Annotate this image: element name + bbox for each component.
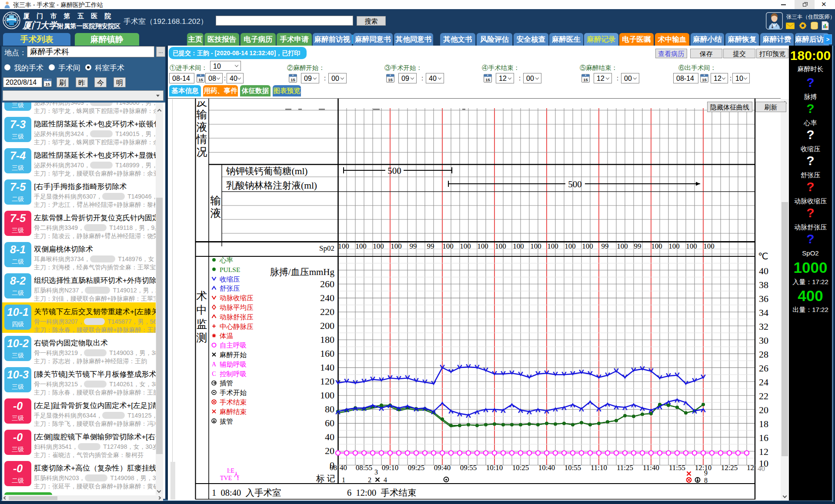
svg-text:100: 100 <box>477 242 488 250</box>
svg-text:08:55: 08:55 <box>356 464 373 472</box>
svg-text:10:55: 10:55 <box>564 464 581 472</box>
svg-text:100: 100 <box>530 242 541 250</box>
svg-text:麻醉结束: 麻醉结束 <box>220 408 247 415</box>
svg-text:麻醉开始: 麻醉开始 <box>220 351 247 358</box>
svg-text:Sp02: Sp02 <box>319 244 334 252</box>
svg-text:12: 12 <box>759 446 768 457</box>
svg-text:插管: 插管 <box>220 379 233 387</box>
svg-text:TVE: TVE <box>220 475 232 481</box>
svg-text:10:10: 10:10 <box>486 464 503 472</box>
svg-text:28: 28 <box>759 349 768 360</box>
svg-text:100: 100 <box>547 242 558 250</box>
svg-text:动脉平均压: 动脉平均压 <box>220 304 254 311</box>
svg-text:15: 15 <box>702 77 707 82</box>
svg-text:输: 输 <box>197 109 207 120</box>
svg-text:中心静脉压: 中心静脉压 <box>220 323 254 330</box>
svg-text:100: 100 <box>582 242 593 250</box>
svg-text:99: 99 <box>410 242 417 250</box>
svg-text:12:25: 12:25 <box>721 464 738 472</box>
svg-text:160: 160 <box>320 348 334 359</box>
svg-text:08: 08 <box>330 464 337 472</box>
svg-text:况: 况 <box>197 146 207 158</box>
svg-text:12: 12 <box>747 464 754 472</box>
svg-text:100: 100 <box>391 242 402 250</box>
svg-text:乳酸钠林格注射液(ml): 乳酸钠林格注射液(ml) <box>226 180 317 191</box>
svg-text:10:25: 10:25 <box>512 464 529 472</box>
svg-text:11:25: 11:25 <box>617 464 633 472</box>
svg-text:标 记: 标 记 <box>316 474 335 483</box>
svg-text:12:10: 12:10 <box>695 464 712 472</box>
svg-text:11:55: 11:55 <box>669 464 685 472</box>
svg-text:99: 99 <box>427 242 434 250</box>
svg-text:100: 100 <box>703 242 715 250</box>
svg-text:220: 220 <box>320 306 334 317</box>
svg-text:100: 100 <box>686 242 697 250</box>
svg-text:液: 液 <box>210 207 221 219</box>
svg-text:手术结束: 手术结束 <box>220 398 247 406</box>
svg-text:术: 术 <box>197 290 207 302</box>
svg-text:40: 40 <box>340 464 347 472</box>
svg-text:I:E: I:E <box>227 468 234 474</box>
svg-text:体温: 体温 <box>219 332 234 339</box>
svg-text:500: 500 <box>568 179 582 189</box>
svg-text:100: 100 <box>495 242 506 250</box>
svg-text:15: 15 <box>45 82 50 86</box>
svg-text:99: 99 <box>601 242 609 250</box>
svg-text:40: 40 <box>325 431 334 442</box>
svg-text:中: 中 <box>197 304 207 316</box>
svg-text:100: 100 <box>338 242 349 250</box>
svg-text:15: 15 <box>198 77 203 82</box>
svg-text:手术开始: 手术开始 <box>220 389 247 396</box>
svg-text:09:40: 09:40 <box>434 464 451 472</box>
svg-text:控制呼吸: 控制呼吸 <box>220 370 247 378</box>
svg-text:80: 80 <box>325 404 334 414</box>
svg-text:15: 15 <box>583 77 588 82</box>
svg-text:辅助呼吸: 辅助呼吸 <box>220 361 247 368</box>
svg-text:8: 8 <box>704 477 708 484</box>
svg-text:32: 32 <box>759 321 768 332</box>
svg-text:34: 34 <box>759 307 768 318</box>
svg-text:心率: 心率 <box>219 256 233 264</box>
svg-text:20: 20 <box>759 405 768 415</box>
svg-text:15: 15 <box>388 77 393 82</box>
svg-text:情: 情 <box>196 133 207 145</box>
svg-text:100: 100 <box>460 242 471 250</box>
svg-text:36: 36 <box>759 293 768 304</box>
svg-text:100: 100 <box>355 242 367 250</box>
svg-text:11:40: 11:40 <box>643 464 659 472</box>
svg-text:脉搏/血压mmHg: 脉搏/血压mmHg <box>270 267 335 277</box>
svg-text:11:10: 11:10 <box>591 464 607 472</box>
svg-text:100: 100 <box>373 242 384 250</box>
svg-text:120: 120 <box>320 376 334 387</box>
svg-text:100: 100 <box>442 242 454 250</box>
svg-text:1: 1 <box>342 476 345 484</box>
svg-text:18: 18 <box>759 418 768 429</box>
svg-text:℃: ℃ <box>758 251 768 262</box>
svg-text:100: 100 <box>651 242 662 250</box>
svg-text:60: 60 <box>325 418 334 428</box>
svg-text:20: 20 <box>325 445 334 456</box>
svg-text:100: 100 <box>320 390 334 401</box>
svg-text:260: 260 <box>320 279 334 289</box>
svg-text:09:10: 09:10 <box>382 464 399 472</box>
svg-text:500: 500 <box>387 166 401 176</box>
svg-text:3: 3 <box>374 468 378 476</box>
svg-text:100: 100 <box>668 242 680 250</box>
svg-text:PULSE: PULSE <box>220 266 240 273</box>
svg-text:收缩压: 收缩压 <box>220 275 240 283</box>
svg-text:09:55: 09:55 <box>460 464 477 472</box>
svg-text:自主呼吸: 自主呼吸 <box>220 342 247 349</box>
svg-text:测: 测 <box>197 332 207 344</box>
svg-text:9: 9 <box>704 469 708 477</box>
svg-text:38: 38 <box>759 279 768 290</box>
svg-text:6 12:00 手术结束: 6 12:00 手术结束 <box>347 488 416 497</box>
svg-text:22: 22 <box>759 391 768 401</box>
svg-text:09:25: 09:25 <box>408 464 425 472</box>
svg-text:C: C <box>212 371 216 377</box>
svg-text:A: A <box>212 361 217 368</box>
svg-text:24: 24 <box>759 377 768 388</box>
svg-text:拔管: 拔管 <box>220 418 233 425</box>
svg-text:舒张压: 舒张压 <box>220 285 240 292</box>
svg-text:1 08:40 入手术室: 1 08:40 入手术室 <box>212 488 281 497</box>
svg-text:2: 2 <box>368 476 371 484</box>
